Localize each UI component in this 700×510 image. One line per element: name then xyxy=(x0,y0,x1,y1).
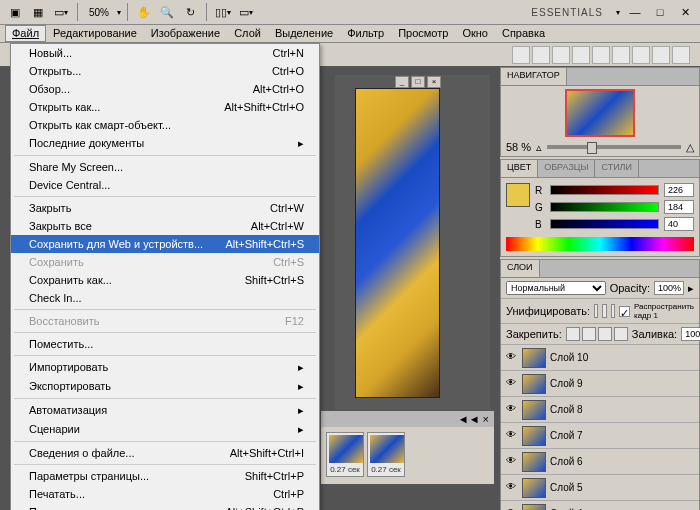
swatches-tab[interactable]: ОБРАЗЦЫ xyxy=(538,160,595,177)
menu-filter[interactable]: Фильтр xyxy=(340,25,391,42)
rew-icon[interactable] xyxy=(632,46,650,64)
anim-collapse-icon[interactable]: ◄◄ xyxy=(458,413,480,425)
menu-item[interactable]: Device Central... xyxy=(11,176,319,194)
arrange-icon[interactable]: ▯▯▾ xyxy=(213,2,233,22)
workspace-label[interactable]: ESSENTIALS xyxy=(523,7,611,18)
nav-zoom-value[interactable]: 58 % xyxy=(506,141,531,153)
layer-thumb[interactable] xyxy=(522,426,546,446)
menu-edit[interactable]: Редактирование xyxy=(46,25,144,42)
unify-pos-icon[interactable] xyxy=(594,304,598,318)
navigator-tab[interactable]: НАВИГАТОР xyxy=(501,68,567,85)
color-tab[interactable]: ЦВЕТ xyxy=(501,160,538,177)
doc-min-icon[interactable]: _ xyxy=(395,76,409,88)
styles-tab[interactable]: СТИЛИ xyxy=(595,160,639,177)
menu-item[interactable]: Сведения о файле...Alt+Shift+Ctrl+I xyxy=(11,444,319,462)
doc-max-icon[interactable]: □ xyxy=(411,76,425,88)
menu-item[interactable]: Обзор...Alt+Ctrl+O xyxy=(11,80,319,98)
menu-window[interactable]: Окно xyxy=(455,25,495,42)
opacity-value[interactable]: 100% xyxy=(654,281,684,295)
unify-style-icon[interactable] xyxy=(611,304,615,318)
layer-row[interactable]: 👁Слой 10 xyxy=(501,345,699,371)
menu-item[interactable]: Автоматизация▸ xyxy=(11,401,319,420)
menu-layer[interactable]: Слой xyxy=(227,25,268,42)
conv-icon[interactable] xyxy=(592,46,610,64)
layer-row[interactable]: 👁Слой 6 xyxy=(501,449,699,475)
play-icon[interactable] xyxy=(612,46,630,64)
zoom-level[interactable]: 50% xyxy=(84,7,114,18)
hand-icon[interactable]: ✋ xyxy=(134,2,154,22)
canvas-image[interactable] xyxy=(355,88,440,398)
prev-icon[interactable] xyxy=(652,46,670,64)
swap-icon[interactable] xyxy=(512,46,530,64)
anim-close-icon[interactable]: × xyxy=(483,413,489,425)
menu-item[interactable]: Импортировать▸ xyxy=(11,358,319,377)
layout-icon[interactable]: ▭▾ xyxy=(51,2,71,22)
visibility-icon[interactable]: 👁 xyxy=(504,351,518,365)
rotate-icon[interactable]: ↻ xyxy=(180,2,200,22)
menu-item[interactable]: Сценарии▸ xyxy=(11,420,319,439)
menu-view[interactable]: Просмотр xyxy=(391,25,455,42)
dup-icon[interactable] xyxy=(552,46,570,64)
visibility-icon[interactable]: 👁 xyxy=(504,377,518,391)
bridge-icon[interactable]: ▦ xyxy=(28,2,48,22)
layer-row[interactable]: 👁Слой 7 xyxy=(501,423,699,449)
layer-thumb[interactable] xyxy=(522,478,546,498)
layer-thumb[interactable] xyxy=(522,452,546,472)
color-spectrum[interactable] xyxy=(506,237,694,251)
layer-thumb[interactable] xyxy=(522,504,546,511)
fill-value[interactable]: 100% xyxy=(681,327,700,341)
menu-item[interactable]: Печатать...Ctrl+P xyxy=(11,485,319,503)
menu-item[interactable]: Закрыть всеAlt+Ctrl+W xyxy=(11,217,319,235)
ps-logo-icon[interactable]: ▣ xyxy=(5,2,25,22)
menu-item[interactable]: Параметры страницы...Shift+Ctrl+P xyxy=(11,467,319,485)
lock-trans-icon[interactable] xyxy=(566,327,580,341)
menu-item[interactable]: Последние документы▸ xyxy=(11,134,319,153)
zoom-icon[interactable]: 🔍 xyxy=(157,2,177,22)
menu-item[interactable]: Новый...Ctrl+N xyxy=(11,44,319,62)
next-icon[interactable] xyxy=(672,46,690,64)
menu-image[interactable]: Изображение xyxy=(144,25,227,42)
g-value[interactable]: 184 xyxy=(664,200,694,214)
menu-help[interactable]: Справка xyxy=(495,25,552,42)
menu-item[interactable]: Печать одного экземпляраAlt+Shift+Ctrl+P xyxy=(11,503,319,510)
layer-row[interactable]: 👁Слой 4 xyxy=(501,501,699,510)
visibility-icon[interactable]: 👁 xyxy=(504,507,518,511)
lock-all-icon[interactable] xyxy=(614,327,628,341)
menu-select[interactable]: Выделение xyxy=(268,25,340,42)
menu-item[interactable]: Share My Screen... xyxy=(11,158,319,176)
visibility-icon[interactable]: 👁 xyxy=(504,481,518,495)
menu-item[interactable]: Check In... xyxy=(11,289,319,307)
layer-thumb[interactable] xyxy=(522,374,546,394)
menu-item[interactable]: ЗакрытьCtrl+W xyxy=(11,199,319,217)
minimize-icon[interactable]: — xyxy=(625,2,645,22)
layer-row[interactable]: 👁Слой 8 xyxy=(501,397,699,423)
visibility-icon[interactable]: 👁 xyxy=(504,429,518,443)
menu-item[interactable]: Открыть...Ctrl+O xyxy=(11,62,319,80)
visibility-icon[interactable]: 👁 xyxy=(504,455,518,469)
anim-frame[interactable]: 0.27 сек xyxy=(367,432,405,477)
menu-item[interactable]: Открыть как смарт-объект... xyxy=(11,116,319,134)
zoom-out-icon[interactable]: ▵ xyxy=(536,141,542,154)
layer-row[interactable]: 👁Слой 9 xyxy=(501,371,699,397)
foreground-color[interactable] xyxy=(506,183,530,207)
del-icon[interactable] xyxy=(572,46,590,64)
b-value[interactable]: 40 xyxy=(664,217,694,231)
anim-frame[interactable]: 0.27 сек xyxy=(326,432,364,477)
layers-tab[interactable]: СЛОИ xyxy=(501,260,540,277)
lock-pixels-icon[interactable] xyxy=(582,327,596,341)
maximize-icon[interactable]: □ xyxy=(650,2,670,22)
blend-mode-select[interactable]: Нормальный xyxy=(506,281,606,295)
navigator-thumb[interactable] xyxy=(565,89,635,137)
layer-row[interactable]: 👁Слой 5 xyxy=(501,475,699,501)
menu-item[interactable]: Открыть как...Alt+Shift+Ctrl+O xyxy=(11,98,319,116)
layer-thumb[interactable] xyxy=(522,348,546,368)
lock-pos-icon[interactable] xyxy=(598,327,612,341)
menu-item[interactable]: Экспортировать▸ xyxy=(11,377,319,396)
menu-item[interactable]: Поместить... xyxy=(11,335,319,353)
g-slider[interactable] xyxy=(550,202,659,212)
menu-item[interactable]: Сохранить как...Shift+Ctrl+S xyxy=(11,271,319,289)
screen-mode-icon[interactable]: ▭▾ xyxy=(236,2,256,22)
close-icon[interactable]: ✕ xyxy=(675,2,695,22)
b-slider[interactable] xyxy=(550,219,659,229)
menu-file[interactable]: Файл xyxy=(5,25,46,42)
